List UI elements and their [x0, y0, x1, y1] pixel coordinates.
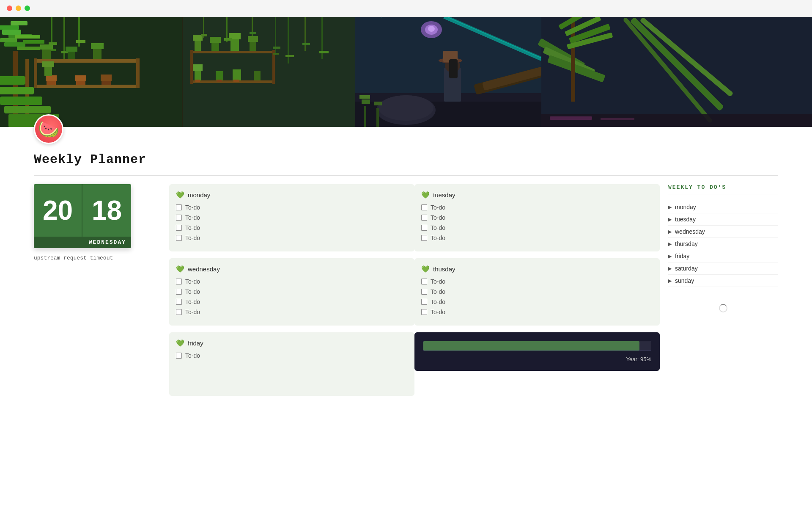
svg-rect-24 [34, 58, 37, 88]
monday-card: 💚 monday To-do To-do To-do To-do [169, 184, 414, 251]
wednesday-todo-2[interactable]: To-do [176, 288, 408, 295]
weekly-label-tuesday: tuesday [675, 216, 696, 223]
monday-heart-icon: 💚 [176, 191, 184, 199]
status-text: upstream request timeout [34, 255, 156, 261]
wednesday-checkbox-3[interactable] [176, 299, 182, 305]
wednesday-checkbox-4[interactable] [176, 309, 182, 315]
thursday-todo-2[interactable]: To-do [421, 288, 653, 295]
hero-banner [0, 17, 812, 127]
svg-rect-34 [44, 67, 52, 76]
weekly-arrow-wednesday: ▶ [668, 229, 672, 235]
weekly-item-thursday[interactable]: ▶ thursday [668, 238, 778, 250]
wednesday-todo-4[interactable]: To-do [176, 309, 408, 315]
tuesday-todo-1[interactable]: To-do [421, 204, 653, 211]
wednesday-heart-icon: 💚 [176, 265, 184, 273]
tuesday-todo-2[interactable]: To-do [421, 214, 653, 221]
wednesday-todo-label-2: To-do [185, 288, 200, 295]
svg-rect-65 [233, 80, 239, 82]
svg-rect-31 [91, 43, 104, 49]
weekly-item-tuesday[interactable]: ▶ tuesday [668, 213, 778, 226]
thursday-heart-icon: 💚 [421, 265, 430, 273]
svg-rect-25 [136, 58, 140, 88]
loading-spinner [719, 304, 727, 312]
monday-todo-4[interactable]: To-do [176, 235, 408, 241]
friday-checkbox-1[interactable] [176, 353, 182, 359]
svg-rect-77 [304, 17, 306, 51]
tuesday-todo-3[interactable]: To-do [421, 224, 653, 231]
tuesday-checkbox-1[interactable] [421, 204, 427, 210]
svg-rect-49 [272, 50, 275, 84]
svg-rect-37 [75, 75, 86, 81]
svg-rect-14 [15, 35, 40, 39]
profile-area: 🍉 [0, 114, 812, 144]
friday-label: friday [188, 340, 203, 347]
calendar-day: 20 [34, 184, 82, 237]
monday-checkbox-2[interactable] [176, 215, 182, 221]
monday-todo-3[interactable]: To-do [176, 224, 408, 231]
svg-rect-5 [4, 42, 25, 47]
svg-rect-76 [285, 55, 294, 57]
svg-rect-63 [195, 80, 200, 82]
page-title: Weekly Planner [34, 152, 778, 167]
page: 🍉 Weekly Planner 20 18 WEDNESDAY upstrea… [0, 17, 812, 396]
monday-checkbox-3[interactable] [176, 225, 182, 231]
thursday-checkbox-2[interactable] [421, 289, 427, 295]
weekly-label-thursday: thursday [675, 240, 698, 247]
weekly-label-friday: friday [675, 253, 689, 260]
weekly-item-monday[interactable]: ▶ monday [668, 201, 778, 213]
thursday-checkbox-1[interactable] [421, 279, 427, 284]
thursday-todo-1[interactable]: To-do [421, 278, 653, 285]
tuesday-card: 💚 tuesday To-do To-do To-do To-do [414, 184, 660, 251]
monday-checkbox-1[interactable] [176, 204, 182, 210]
thursday-todo-4[interactable]: To-do [421, 309, 653, 315]
tuesday-heart-icon: 💚 [421, 191, 430, 199]
weekly-item-saturday[interactable]: ▶ saturday [668, 262, 778, 275]
tuesday-todo-label-2: To-do [431, 214, 445, 221]
weekly-todos-title: WEEKLY TO DO'S [668, 184, 778, 194]
tuesday-todo-4[interactable]: To-do [421, 235, 653, 241]
weekly-label-monday: monday [675, 204, 696, 210]
flip-calendar: 20 18 WEDNESDAY [34, 184, 131, 248]
close-button[interactable] [7, 6, 12, 11]
maximize-button[interactable] [25, 6, 30, 11]
weekly-item-sunday[interactable]: ▶ sunday [668, 275, 778, 287]
svg-point-88 [428, 26, 435, 32]
friday-todo-1[interactable]: To-do [176, 352, 408, 359]
thursday-checkbox-3[interactable] [421, 299, 427, 305]
tuesday-checkbox-4[interactable] [421, 235, 427, 241]
svg-rect-39 [101, 75, 112, 81]
calendar-month: 18 [82, 184, 131, 237]
weekly-arrow-tuesday: ▶ [668, 217, 672, 222]
wednesday-checkbox-1[interactable] [176, 279, 182, 284]
right-days-column: 💚 tuesday To-do To-do To-do To-do [414, 184, 660, 396]
svg-rect-53 [210, 37, 221, 43]
weekly-item-wednesday[interactable]: ▶ wednesday [668, 226, 778, 238]
tuesday-checkbox-3[interactable] [421, 225, 427, 231]
monday-todo-1[interactable]: To-do [176, 204, 408, 211]
svg-rect-33 [46, 75, 57, 81]
monday-todo-2[interactable]: To-do [176, 214, 408, 221]
wednesday-todo-1[interactable]: To-do [176, 278, 408, 285]
monday-todo-label-1: To-do [185, 204, 200, 211]
wednesday-card: 💚 wednesday To-do To-do To-do To- [169, 258, 414, 326]
svg-rect-60 [216, 71, 223, 80]
tuesday-checkbox-2[interactable] [421, 215, 427, 221]
svg-rect-23 [34, 85, 140, 88]
weekly-label-sunday: sunday [675, 277, 694, 284]
thursday-checkbox-4[interactable] [421, 309, 427, 315]
thursday-todo-3[interactable]: To-do [421, 298, 653, 305]
svg-rect-9 [0, 25, 19, 30]
weekly-arrow-saturday: ▶ [668, 266, 672, 271]
monday-todo-label-4: To-do [185, 235, 200, 241]
monday-checkbox-4[interactable] [176, 235, 182, 241]
weekly-item-friday[interactable]: ▶ friday [668, 250, 778, 262]
svg-rect-62 [254, 71, 261, 80]
wednesday-todo-3[interactable]: To-do [176, 298, 408, 305]
thursday-todo-label-2: To-do [431, 288, 445, 295]
progress-text: Year: 95% [423, 356, 651, 362]
thursday-header: 💚 thusday [421, 265, 653, 273]
monday-header: 💚 monday [176, 191, 408, 199]
minimize-button[interactable] [16, 6, 21, 11]
friday-card: 💚 friday To-do [169, 332, 414, 396]
wednesday-checkbox-2[interactable] [176, 289, 182, 295]
